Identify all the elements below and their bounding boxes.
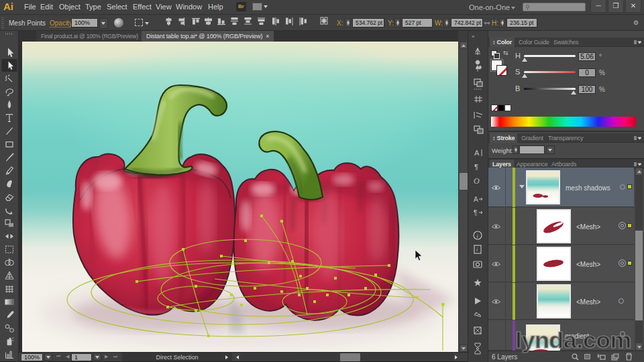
svg-text:i: i <box>477 233 479 239</box>
svg-text:¶: ¶ <box>474 163 478 171</box>
svg-text:A: A <box>474 149 480 157</box>
svg-text:A: A <box>474 196 478 203</box>
svg-text:O: O <box>474 176 480 186</box>
svg-text:¶: ¶ <box>474 209 477 217</box>
svg-text:i: i <box>476 247 478 253</box>
